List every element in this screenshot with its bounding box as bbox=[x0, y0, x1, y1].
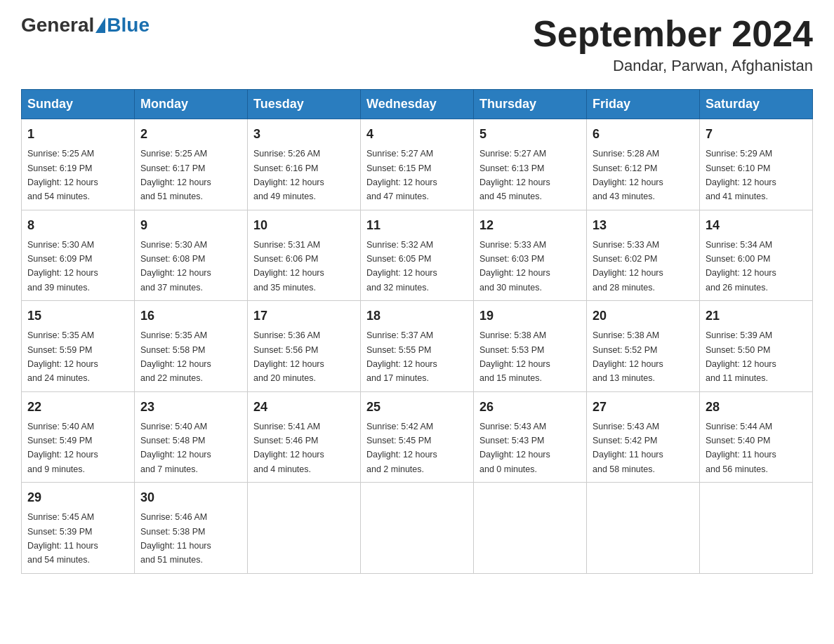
day-number: 26 bbox=[479, 398, 581, 417]
header-thursday: Thursday bbox=[474, 90, 587, 119]
day-info: Sunrise: 5:27 AMSunset: 6:15 PMDaylight:… bbox=[366, 149, 437, 201]
header-tuesday: Tuesday bbox=[248, 90, 361, 119]
day-info: Sunrise: 5:34 AMSunset: 6:00 PMDaylight:… bbox=[706, 240, 776, 293]
calendar-week-1: 1 Sunrise: 5:25 AMSunset: 6:19 PMDayligh… bbox=[22, 119, 813, 210]
calendar-cell: 29 Sunrise: 5:45 AMSunset: 5:39 PMDaylig… bbox=[22, 483, 135, 574]
day-number: 12 bbox=[479, 216, 581, 235]
day-info: Sunrise: 5:25 AMSunset: 6:19 PMDaylight:… bbox=[27, 149, 98, 201]
calendar-cell: 9 Sunrise: 5:30 AMSunset: 6:08 PMDayligh… bbox=[135, 210, 248, 301]
calendar-cell: 21 Sunrise: 5:39 AMSunset: 5:50 PMDaylig… bbox=[700, 301, 813, 392]
day-number: 5 bbox=[479, 125, 581, 144]
calendar-cell: 12 Sunrise: 5:33 AMSunset: 6:03 PMDaylig… bbox=[474, 210, 587, 301]
day-number: 19 bbox=[479, 307, 581, 326]
calendar-table: Sunday Monday Tuesday Wednesday Thursday… bbox=[21, 89, 813, 574]
header-monday: Monday bbox=[135, 90, 248, 119]
day-number: 18 bbox=[366, 307, 468, 326]
calendar-cell: 7 Sunrise: 5:29 AMSunset: 6:10 PMDayligh… bbox=[700, 119, 813, 210]
day-info: Sunrise: 5:39 AMSunset: 5:50 PMDaylight:… bbox=[706, 330, 776, 383]
calendar-cell: 28 Sunrise: 5:44 AMSunset: 5:40 PMDaylig… bbox=[700, 391, 813, 483]
day-info: Sunrise: 5:45 AMSunset: 5:39 PMDaylight:… bbox=[27, 512, 98, 565]
calendar-cell bbox=[474, 483, 587, 574]
day-number: 7 bbox=[706, 125, 807, 144]
day-number: 22 bbox=[27, 398, 128, 417]
calendar-cell: 27 Sunrise: 5:43 AMSunset: 5:42 PMDaylig… bbox=[587, 391, 700, 483]
day-number: 8 bbox=[27, 216, 128, 235]
calendar-cell: 15 Sunrise: 5:35 AMSunset: 5:59 PMDaylig… bbox=[22, 301, 135, 392]
logo-triangle-icon bbox=[95, 18, 105, 33]
calendar-cell: 30 Sunrise: 5:46 AMSunset: 5:38 PMDaylig… bbox=[135, 483, 248, 574]
calendar-cell: 25 Sunrise: 5:42 AMSunset: 5:45 PMDaylig… bbox=[361, 391, 474, 483]
calendar-cell: 26 Sunrise: 5:43 AMSunset: 5:43 PMDaylig… bbox=[474, 391, 587, 483]
day-number: 29 bbox=[27, 488, 128, 507]
day-info: Sunrise: 5:33 AMSunset: 6:02 PMDaylight:… bbox=[593, 240, 663, 293]
calendar-week-4: 22 Sunrise: 5:40 AMSunset: 5:49 PMDaylig… bbox=[22, 391, 813, 483]
logo-blue: Blue bbox=[107, 14, 150, 36]
calendar-cell: 24 Sunrise: 5:41 AMSunset: 5:46 PMDaylig… bbox=[248, 391, 361, 483]
calendar-cell: 11 Sunrise: 5:32 AMSunset: 6:05 PMDaylig… bbox=[361, 210, 474, 301]
day-number: 10 bbox=[253, 216, 355, 235]
calendar-cell: 4 Sunrise: 5:27 AMSunset: 6:15 PMDayligh… bbox=[361, 119, 474, 210]
day-info: Sunrise: 5:40 AMSunset: 5:48 PMDaylight:… bbox=[140, 422, 211, 474]
day-info: Sunrise: 5:40 AMSunset: 5:49 PMDaylight:… bbox=[27, 422, 98, 474]
calendar-cell: 20 Sunrise: 5:38 AMSunset: 5:52 PMDaylig… bbox=[587, 301, 700, 392]
day-info: Sunrise: 5:44 AMSunset: 5:40 PMDaylight:… bbox=[706, 422, 776, 474]
day-number: 30 bbox=[140, 488, 241, 507]
calendar-cell: 10 Sunrise: 5:31 AMSunset: 6:06 PMDaylig… bbox=[248, 210, 361, 301]
calendar-cell: 22 Sunrise: 5:40 AMSunset: 5:49 PMDaylig… bbox=[22, 391, 135, 483]
day-number: 6 bbox=[593, 125, 694, 144]
calendar-cell: 23 Sunrise: 5:40 AMSunset: 5:48 PMDaylig… bbox=[135, 391, 248, 483]
calendar-cell: 17 Sunrise: 5:36 AMSunset: 5:56 PMDaylig… bbox=[248, 301, 361, 392]
calendar-cell bbox=[700, 483, 813, 574]
day-info: Sunrise: 5:27 AMSunset: 6:13 PMDaylight:… bbox=[479, 149, 550, 201]
day-info: Sunrise: 5:38 AMSunset: 5:52 PMDaylight:… bbox=[593, 330, 663, 383]
calendar-cell: 6 Sunrise: 5:28 AMSunset: 6:12 PMDayligh… bbox=[587, 119, 700, 210]
day-number: 20 bbox=[593, 307, 694, 326]
day-number: 15 bbox=[27, 307, 128, 326]
calendar-cell: 8 Sunrise: 5:30 AMSunset: 6:09 PMDayligh… bbox=[22, 210, 135, 301]
month-title: September 2024 bbox=[533, 14, 813, 54]
header-friday: Friday bbox=[587, 90, 700, 119]
day-info: Sunrise: 5:33 AMSunset: 6:03 PMDaylight:… bbox=[479, 240, 550, 293]
day-info: Sunrise: 5:30 AMSunset: 6:09 PMDaylight:… bbox=[27, 240, 98, 293]
day-info: Sunrise: 5:30 AMSunset: 6:08 PMDaylight:… bbox=[140, 240, 211, 293]
day-number: 28 bbox=[706, 398, 807, 417]
day-number: 11 bbox=[366, 216, 468, 235]
day-number: 9 bbox=[140, 216, 241, 235]
day-number: 21 bbox=[706, 307, 807, 326]
day-info: Sunrise: 5:25 AMSunset: 6:17 PMDaylight:… bbox=[140, 149, 211, 201]
calendar-cell: 5 Sunrise: 5:27 AMSunset: 6:13 PMDayligh… bbox=[474, 119, 587, 210]
day-info: Sunrise: 5:29 AMSunset: 6:10 PMDaylight:… bbox=[706, 149, 776, 201]
calendar-week-3: 15 Sunrise: 5:35 AMSunset: 5:59 PMDaylig… bbox=[22, 301, 813, 392]
day-number: 25 bbox=[366, 398, 468, 417]
day-info: Sunrise: 5:37 AMSunset: 5:55 PMDaylight:… bbox=[366, 330, 437, 383]
day-number: 23 bbox=[140, 398, 241, 417]
day-number: 3 bbox=[253, 125, 355, 144]
title-area: September 2024 Dandar, Parwan, Afghanist… bbox=[533, 14, 813, 75]
day-number: 16 bbox=[140, 307, 241, 326]
location: Dandar, Parwan, Afghanistan bbox=[533, 57, 813, 75]
calendar-cell bbox=[248, 483, 361, 574]
header-saturday: Saturday bbox=[700, 90, 813, 119]
calendar-header-row: Sunday Monday Tuesday Wednesday Thursday… bbox=[22, 90, 813, 119]
calendar-cell: 16 Sunrise: 5:35 AMSunset: 5:58 PMDaylig… bbox=[135, 301, 248, 392]
day-info: Sunrise: 5:41 AMSunset: 5:46 PMDaylight:… bbox=[253, 422, 324, 474]
logo: General Blue bbox=[21, 14, 150, 36]
day-info: Sunrise: 5:38 AMSunset: 5:53 PMDaylight:… bbox=[479, 330, 550, 383]
calendar-cell: 18 Sunrise: 5:37 AMSunset: 5:55 PMDaylig… bbox=[361, 301, 474, 392]
day-info: Sunrise: 5:26 AMSunset: 6:16 PMDaylight:… bbox=[253, 149, 324, 201]
day-info: Sunrise: 5:43 AMSunset: 5:43 PMDaylight:… bbox=[479, 422, 550, 474]
calendar-cell bbox=[587, 483, 700, 574]
calendar-cell: 13 Sunrise: 5:33 AMSunset: 6:02 PMDaylig… bbox=[587, 210, 700, 301]
calendar-week-5: 29 Sunrise: 5:45 AMSunset: 5:39 PMDaylig… bbox=[22, 483, 813, 574]
day-number: 2 bbox=[140, 125, 241, 144]
day-number: 24 bbox=[253, 398, 355, 417]
day-info: Sunrise: 5:42 AMSunset: 5:45 PMDaylight:… bbox=[366, 422, 437, 474]
calendar-week-2: 8 Sunrise: 5:30 AMSunset: 6:09 PMDayligh… bbox=[22, 210, 813, 301]
day-info: Sunrise: 5:36 AMSunset: 5:56 PMDaylight:… bbox=[253, 330, 324, 383]
day-info: Sunrise: 5:35 AMSunset: 5:59 PMDaylight:… bbox=[27, 330, 98, 383]
day-number: 14 bbox=[706, 216, 807, 235]
day-number: 17 bbox=[253, 307, 355, 326]
calendar-cell: 3 Sunrise: 5:26 AMSunset: 6:16 PMDayligh… bbox=[248, 119, 361, 210]
header-sunday: Sunday bbox=[22, 90, 135, 119]
day-info: Sunrise: 5:28 AMSunset: 6:12 PMDaylight:… bbox=[593, 149, 663, 201]
